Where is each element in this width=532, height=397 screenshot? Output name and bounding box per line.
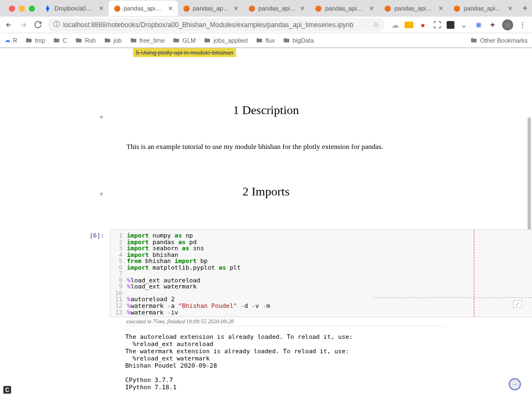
folder-icon	[25, 37, 33, 44]
bookmark-item[interactable]: free_time	[130, 37, 165, 44]
menu-icon[interactable]: ⋮	[518, 20, 528, 30]
media-icon[interactable]: ▦	[473, 20, 483, 30]
bookmark-item[interactable]: tmp	[25, 37, 45, 44]
cell-output: The autoreload extension is already load…	[125, 326, 532, 397]
folder-icon	[75, 37, 83, 44]
cloud-icon: ☁	[4, 37, 11, 44]
extension-icon[interactable]	[405, 22, 413, 28]
browser-tab[interactable]: pandas_api_num_a ✕	[310, 1, 380, 16]
jupyter-icon	[182, 4, 190, 12]
jupyter-icon	[384, 4, 392, 12]
folder-icon	[255, 37, 263, 44]
tab-title: pandas_api_descrip	[464, 5, 504, 12]
execution-time: executed in 75ms, finished 18:09:55 2020…	[126, 317, 444, 326]
jupyter-icon	[315, 4, 323, 12]
bookmark-label: jobs_applied	[213, 37, 248, 44]
bookmark-label: C	[63, 37, 67, 44]
tab-close-icon[interactable]: ✕	[167, 5, 173, 12]
toolbar-icons: ☁ ● ⛶ ⌄ ▦ ✦ ⋮	[390, 19, 528, 30]
folder-icon	[104, 37, 111, 44]
tab-close-icon[interactable]: ✕	[232, 5, 239, 12]
console-icon[interactable]: C	[3, 386, 11, 394]
bookmark-label: GLM	[182, 37, 196, 44]
site-info-icon[interactable]: ⓘ	[53, 20, 60, 29]
back-button[interactable]	[4, 20, 13, 29]
window-controls	[4, 6, 39, 12]
extensions-icon[interactable]: ✦	[488, 20, 498, 30]
browser-tab[interactable]: pandas_api_descrip ✕	[449, 1, 518, 16]
tab-close-icon[interactable]: ✕	[507, 5, 514, 12]
jupyter-notebook-content[interactable]: 5 Using plotly api in module bhishan ▼ 1…	[0, 48, 532, 397]
browser-tab[interactable]: pandas_api_misc_p ✕	[380, 1, 449, 16]
tab-close-icon[interactable]: ✕	[369, 5, 375, 12]
dropbox-icon: ⧫	[44, 4, 52, 12]
bookmark-item[interactable]: ☁ R	[4, 37, 17, 44]
tab-title: Dropbox/a00_Bhish	[54, 5, 95, 12]
extension-icon[interactable]	[447, 21, 454, 29]
bookmarks-bar: ☁ R tmp C Rsh job free_time GLM j	[0, 33, 532, 48]
folder-icon	[130, 37, 137, 44]
tab-close-icon[interactable]: ✕	[438, 5, 444, 12]
folder-icon	[283, 37, 290, 44]
expand-output-icon[interactable]: ⤢	[513, 300, 522, 308]
new-tab-button[interactable]: +	[518, 3, 532, 13]
other-bookmarks[interactable]: Other Bookmarks	[470, 37, 528, 44]
bookmark-label: free_time	[140, 37, 165, 44]
cell-prompt: [6]:	[0, 229, 110, 317]
tab-title: pandas_api_misc_p	[395, 5, 435, 12]
bookmark-label: Other Bookmarks	[480, 37, 528, 44]
folder-icon	[203, 37, 211, 44]
browser-tab[interactable]: pandas_api_stats ✕	[178, 1, 243, 16]
window-maximize-button[interactable]	[29, 6, 35, 12]
description-paragraph: This is an example tutorial to use my mo…	[126, 142, 532, 151]
forward-button[interactable]	[19, 20, 28, 29]
section-heading-description: 1 Description	[0, 103, 532, 117]
url-text: localhost:8888/notebooks/Dropbox/a00_Bhi…	[63, 21, 370, 29]
tab-close-icon[interactable]: ✕	[98, 5, 104, 12]
browser-tab[interactable]: pandas_api_timese ✕	[109, 1, 178, 16]
bookmark-item[interactable]: job	[104, 37, 122, 44]
section-heading-imports: 2 Imports	[0, 184, 532, 199]
jupyter-icon	[113, 4, 121, 12]
window-close-button[interactable]	[9, 6, 15, 12]
url-bar[interactable]: ⓘ localhost:8888/notebooks/Dropbox/a00_B…	[48, 18, 385, 32]
reload-button[interactable]	[33, 20, 42, 29]
code-input-area[interactable]: 1import numpy as np 2import pandas as pd…	[110, 229, 532, 317]
cell-collapse-icon[interactable]: ▼	[99, 114, 104, 120]
ruler-line	[474, 230, 474, 317]
code-cell[interactable]: [6]: 1import numpy as np 2import pandas …	[0, 229, 532, 317]
divider-line	[374, 297, 532, 298]
bookmark-item[interactable]: GLM	[172, 37, 196, 44]
bookmark-item[interactable]: C	[53, 37, 67, 44]
folder-icon	[53, 37, 60, 44]
bookmark-item[interactable]: jobs_applied	[203, 37, 248, 44]
cell-collapse-icon[interactable]: ▼	[99, 191, 104, 197]
bookmark-item[interactable]: Rsh	[75, 37, 96, 44]
bookmark-star-icon[interactable]: ☆	[373, 21, 379, 29]
cloud-icon[interactable]: ☁	[390, 20, 400, 30]
tab-close-icon[interactable]: ✕	[299, 5, 306, 12]
tab-title: pandas_api_timese	[124, 5, 164, 12]
bookmark-label: R	[13, 37, 17, 44]
profile-avatar[interactable]	[502, 19, 513, 30]
folder-icon	[172, 37, 180, 44]
tab-bar: ⧫ Dropbox/a00_Bhish ✕ pandas_api_timese …	[0, 0, 532, 17]
scroll-nav-icon[interactable]: →	[509, 378, 521, 390]
fullscreen-icon[interactable]: ⛶	[432, 20, 442, 30]
folder-icon	[470, 37, 478, 44]
alert-icon[interactable]: ●	[418, 20, 428, 30]
pocket-icon[interactable]: ⌄	[459, 20, 469, 30]
browser-tab[interactable]: pandas_api_plotly ✕	[243, 1, 310, 16]
browser-tab[interactable]: ⧫ Dropbox/a00_Bhish ✕	[39, 1, 109, 16]
bookmark-item[interactable]: bigData	[283, 37, 314, 44]
navigation-bar: ⓘ localhost:8888/notebooks/Dropbox/a00_B…	[0, 17, 532, 33]
jupyter-icon	[453, 4, 461, 12]
bookmark-label: tmp	[35, 37, 45, 44]
window-minimize-button[interactable]	[19, 6, 25, 12]
tab-title: pandas_api_stats	[193, 5, 229, 12]
toc-highlighted-item[interactable]: 5 Using plotly api in module bhishan	[133, 48, 236, 57]
bookmark-label: bigData	[293, 37, 314, 44]
tab-title: pandas_api_num_a	[325, 5, 366, 12]
jupyter-icon	[248, 4, 255, 12]
bookmark-item[interactable]: flux	[255, 37, 275, 44]
